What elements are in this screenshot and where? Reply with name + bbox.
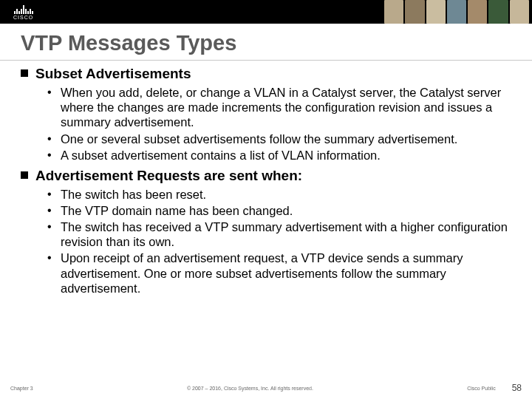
cisco-logo-text: CISCO bbox=[13, 15, 33, 20]
footer: Chapter 3 © 2007 – 2016, Cisco Systems, … bbox=[0, 383, 532, 393]
section-1-list: When you add, delete, or change a VLAN i… bbox=[21, 85, 511, 163]
footer-copyright: © 2007 – 2016, Cisco Systems, Inc. All r… bbox=[33, 386, 467, 391]
section-2-list: The switch has been reset. The VTP domai… bbox=[21, 187, 511, 296]
list-item: Upon receipt of an advertisement request… bbox=[47, 250, 511, 295]
list-item: A subset advertisement contains a list o… bbox=[47, 148, 511, 163]
footer-chapter: Chapter 3 bbox=[10, 386, 33, 391]
list-item: One or several subset advertisements fol… bbox=[47, 132, 511, 146]
list-item: When you add, delete, or change a VLAN i… bbox=[47, 85, 511, 129]
header-photo-strip bbox=[384, 0, 532, 24]
footer-public: Cisco Public bbox=[467, 386, 496, 391]
section-heading-1: Subset Advertisements bbox=[21, 65, 511, 82]
slide-content: Subset Advertisements When you add, dele… bbox=[0, 65, 532, 296]
cisco-logo: CISCO bbox=[13, 4, 33, 20]
list-item: The switch has received a VTP summary ad… bbox=[47, 219, 511, 249]
slide-title: VTP Messages Types bbox=[0, 24, 532, 61]
header-bar: CISCO bbox=[0, 0, 532, 24]
square-bullet-icon bbox=[21, 69, 28, 77]
list-item: The switch has been reset. bbox=[47, 187, 511, 202]
section-heading-2: Advertisement Requests are sent when: bbox=[21, 167, 511, 184]
section-heading-2-text: Advertisement Requests are sent when: bbox=[35, 167, 302, 184]
cisco-logo-bars bbox=[14, 4, 33, 14]
square-bullet-icon bbox=[21, 171, 28, 179]
footer-page-number: 58 bbox=[512, 383, 522, 393]
list-item: The VTP domain name has been changed. bbox=[47, 203, 511, 218]
section-heading-1-text: Subset Advertisements bbox=[35, 65, 191, 82]
